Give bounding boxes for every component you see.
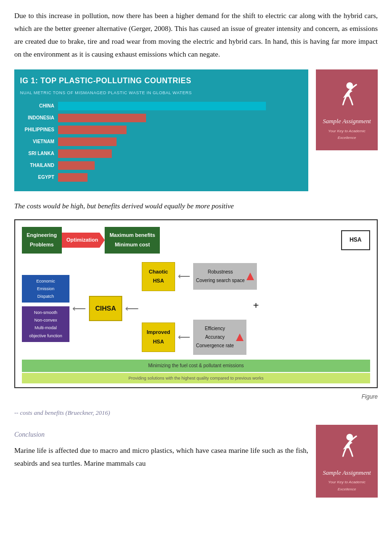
bar-chart: ig 1: Top plastic-polluting countries NU… <box>14 69 308 191</box>
chart-subtitle: NUAL METRIC TONS OF MISMANAGED PLASTIC W… <box>20 89 303 97</box>
right-to-middle-arrow: ⟵ <box>125 300 139 317</box>
bar-label-indonesia: INDONESIA <box>20 114 58 122</box>
bar-fill-egypt <box>58 173 88 182</box>
bar-label-philippines: PHILIPPINES <box>20 126 58 134</box>
bar-outer-thailand <box>58 161 303 170</box>
diagram-middle-row: EconomicEmissionDispatch Non-smoothNon-c… <box>22 262 370 355</box>
bar-fill-indonesia <box>58 114 146 122</box>
logo-figure-bottom <box>333 431 361 464</box>
max-benefits-box: Maximum benefitsMinimum cost <box>105 227 160 254</box>
bar-label-egypt: EGYPT <box>20 173 58 182</box>
logo-box-top: Sample Assignment Your Key to Academic E… <box>316 69 378 150</box>
conclusion-section: Conclusion Marine life is affected due t… <box>14 425 308 470</box>
chaotic-hsa-box: ChaoticHSA <box>142 262 175 292</box>
robustness-text: RobustnessCovering search space <box>196 268 245 285</box>
bar-outer-china <box>58 101 303 111</box>
bottom-section: Conclusion Marine life is affected due t… <box>14 425 378 498</box>
bar-fill-vietnam <box>58 137 117 146</box>
bar-outer-philippines <box>58 125 303 135</box>
bottom-bar-2: Providing solutions with the highest qua… <box>22 373 370 383</box>
logo-text-sub-top: Your Key to Academic Excellence <box>320 128 374 142</box>
right-column: ChaoticHSA ⟵ RobustnessCovering search s… <box>142 262 370 355</box>
chaotic-arrow: ⟵ <box>178 269 190 284</box>
robustness-box: RobustnessCovering search space <box>193 263 257 290</box>
efficiency-box: EfficiencyAccuracyConvergence rate <box>193 320 246 355</box>
logo-box-bottom: Sample Assignment Your Key to Academic E… <box>316 425 378 498</box>
bottom-bar-1: Minimizing the fuel cost & pollutant emi… <box>22 360 370 372</box>
efficiency-text: EfficiencyAccuracyConvergence rate <box>196 324 234 350</box>
left-column: EconomicEmissionDispatch Non-smoothNon-c… <box>22 275 69 342</box>
logo-figure-top <box>333 80 361 113</box>
non-smooth-box: Non-smoothNon-convexMulti-modalobjective… <box>22 306 69 342</box>
bar-row-egypt: EGYPT <box>20 173 303 182</box>
caption-text: -- costs and benefits (Brueckner, 2016) <box>14 407 378 418</box>
improved-arrow: ⟵ <box>178 330 190 345</box>
bar-fill-thailand <box>58 161 95 170</box>
bar-label-srilanka: SRI LANKA <box>20 149 58 158</box>
diagram-main: EngineeringProblems Optimization Maximum… <box>14 219 378 407</box>
plus-sign: + <box>142 296 370 315</box>
bar-outer-egypt <box>58 173 303 182</box>
bar-label-china: CHINA <box>20 102 58 110</box>
logo-text-main-top: Sample Assignment <box>323 116 371 127</box>
cihsa-box: CIHSA <box>89 296 122 321</box>
hsa-box: HSA <box>341 230 370 250</box>
bar-row-indonesia: INDONESIA <box>20 113 303 123</box>
red-arrow-robustness <box>246 273 254 280</box>
bar-row-china: CHINA <box>20 101 303 111</box>
bar-outer-indonesia <box>58 113 303 123</box>
chart-title: ig 1: Top plastic-polluting countries <box>20 74 303 88</box>
chart-logo-section: ig 1: Top plastic-polluting countries NU… <box>14 69 378 191</box>
bar-label-vietnam: VIETNAM <box>20 137 58 146</box>
logo-text-main-bottom: Sample Assignment <box>323 467 371 478</box>
intro-paragraph: Due to this increase in pollution, now t… <box>14 10 378 61</box>
red-arrow-efficiency <box>236 333 244 341</box>
bottom-bars: Minimizing the fuel cost & pollutant emi… <box>22 360 370 383</box>
bar-row-srilanka: SRI LANKA <box>20 149 303 158</box>
figure-label: Figure <box>14 392 378 402</box>
bar-row-vietnam: VIETNAM <box>20 137 303 147</box>
engineering-problems-box: EngineeringProblems <box>22 227 62 254</box>
economic-emission-box: EconomicEmissionDispatch <box>22 275 69 303</box>
diagram-section: EngineeringProblems Optimization Maximum… <box>14 219 378 407</box>
bar-outer-srilanka <box>58 149 303 158</box>
logo-text-sub-bottom: Your Key to Academic Excellence <box>320 479 374 493</box>
bar-fill-china <box>58 102 266 110</box>
costs-paragraph: The costs would be high, but benefits de… <box>14 200 378 213</box>
optimization-arrow: Optimization <box>62 233 105 248</box>
bar-fill-philippines <box>58 126 127 134</box>
improved-hsa-box: ImprovedHSA <box>142 323 175 352</box>
conclusion-heading: Conclusion <box>14 429 308 440</box>
bar-label-thailand: THAILAND <box>20 161 58 170</box>
bar-row-philippines: PHILIPPINES <box>20 125 303 135</box>
bar-row-thailand: THAILAND <box>20 161 303 170</box>
conclusion-text: Marine life is affected due to macro and… <box>14 444 308 470</box>
bar-fill-srilanka <box>58 149 112 158</box>
left-double-arrow: ⟵ <box>72 300 86 317</box>
middle-column: CIHSA <box>89 296 122 321</box>
diagram-container: EngineeringProblems Optimization Maximum… <box>14 219 378 388</box>
diagram-top-row: EngineeringProblems Optimization Maximum… <box>22 227 370 254</box>
bar-outer-vietnam <box>58 137 303 147</box>
